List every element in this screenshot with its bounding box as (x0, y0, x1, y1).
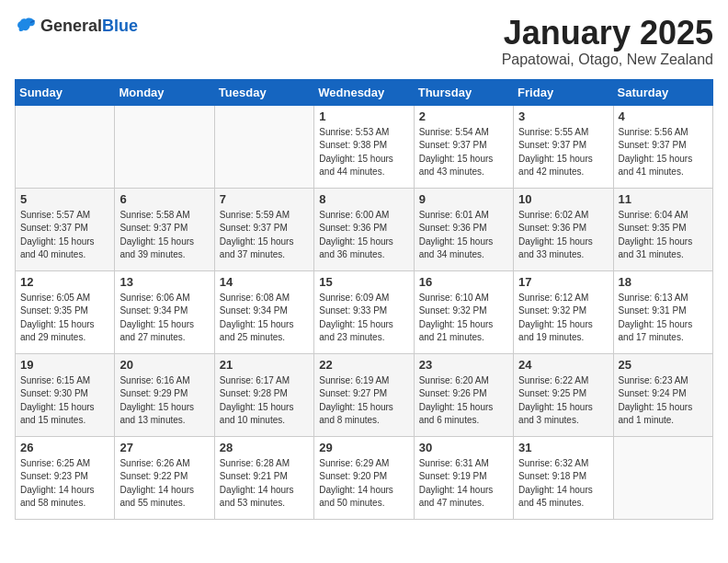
weekday-header: Sunday (16, 79, 115, 105)
calendar-cell: 31Sunrise: 6:32 AM Sunset: 9:18 PM Dayli… (514, 436, 613, 519)
calendar-cell: 20Sunrise: 6:16 AM Sunset: 9:29 PM Dayli… (115, 353, 214, 436)
day-number: 2 (419, 109, 508, 123)
day-number: 6 (119, 192, 209, 206)
day-number: 7 (220, 192, 309, 206)
day-number: 8 (319, 192, 408, 206)
day-info: Sunrise: 6:23 AM Sunset: 9:24 PM Dayligh… (619, 374, 708, 428)
day-info: Sunrise: 6:16 AM Sunset: 9:29 PM Dayligh… (119, 374, 209, 428)
calendar-cell: 9Sunrise: 6:01 AM Sunset: 9:36 PM Daylig… (414, 188, 513, 270)
calendar-cell: 4Sunrise: 5:56 AM Sunset: 9:37 PM Daylig… (613, 105, 712, 188)
day-info: Sunrise: 6:12 AM Sunset: 9:32 PM Dayligh… (518, 292, 608, 345)
day-info: Sunrise: 6:01 AM Sunset: 9:36 PM Dayligh… (419, 209, 508, 262)
weekday-header: Friday (514, 79, 613, 105)
day-info: Sunrise: 6:10 AM Sunset: 9:32 PM Dayligh… (419, 292, 508, 345)
day-number: 13 (119, 275, 209, 289)
day-number: 27 (119, 441, 209, 454)
day-info: Sunrise: 5:59 AM Sunset: 9:37 PM Dayligh… (220, 209, 309, 262)
day-info: Sunrise: 6:22 AM Sunset: 9:25 PM Dayligh… (518, 374, 608, 428)
location-title: Papatowai, Otago, New Zealand (502, 52, 713, 68)
day-number: 21 (220, 358, 309, 372)
calendar-cell: 14Sunrise: 6:08 AM Sunset: 9:34 PM Dayli… (214, 270, 313, 353)
calendar-cell: 19Sunrise: 6:15 AM Sunset: 9:30 PM Dayli… (16, 353, 115, 436)
day-number: 3 (518, 109, 608, 123)
day-number: 31 (518, 441, 608, 454)
calendar-cell (115, 105, 214, 188)
day-number: 11 (619, 192, 708, 206)
day-number: 10 (518, 192, 608, 206)
calendar-cell: 24Sunrise: 6:22 AM Sunset: 9:25 PM Dayli… (514, 353, 613, 436)
day-number: 16 (419, 275, 508, 289)
day-info: Sunrise: 6:32 AM Sunset: 9:18 PM Dayligh… (518, 457, 608, 511)
calendar-cell: 7Sunrise: 5:59 AM Sunset: 9:37 PM Daylig… (214, 188, 313, 270)
weekday-header: Saturday (613, 79, 712, 105)
day-number: 1 (319, 109, 408, 123)
day-number: 30 (419, 441, 508, 454)
day-info: Sunrise: 5:54 AM Sunset: 9:37 PM Dayligh… (419, 126, 508, 179)
day-number: 20 (119, 358, 209, 372)
calendar-cell: 17Sunrise: 6:12 AM Sunset: 9:32 PM Dayli… (514, 270, 613, 353)
day-info: Sunrise: 6:06 AM Sunset: 9:34 PM Dayligh… (119, 292, 209, 345)
calendar-cell: 3Sunrise: 5:55 AM Sunset: 9:37 PM Daylig… (514, 105, 613, 188)
logo-blue: Blue (102, 17, 138, 35)
day-info: Sunrise: 6:17 AM Sunset: 9:28 PM Dayligh… (220, 374, 309, 428)
day-info: Sunrise: 6:25 AM Sunset: 9:23 PM Dayligh… (20, 457, 109, 511)
logo-bird-icon (15, 15, 37, 37)
calendar-week-row: 5Sunrise: 5:57 AM Sunset: 9:37 PM Daylig… (16, 188, 713, 270)
calendar-cell: 15Sunrise: 6:09 AM Sunset: 9:33 PM Dayli… (314, 270, 414, 353)
day-info: Sunrise: 6:31 AM Sunset: 9:19 PM Dayligh… (419, 457, 508, 511)
day-number: 15 (319, 275, 408, 289)
day-info: Sunrise: 6:28 AM Sunset: 9:21 PM Dayligh… (220, 457, 309, 511)
logo: GeneralBlue (15, 15, 138, 37)
day-info: Sunrise: 6:02 AM Sunset: 9:36 PM Dayligh… (518, 209, 608, 262)
calendar-cell (16, 105, 115, 188)
calendar-cell: 25Sunrise: 6:23 AM Sunset: 9:24 PM Dayli… (613, 353, 712, 436)
weekday-header: Thursday (414, 79, 513, 105)
day-info: Sunrise: 6:26 AM Sunset: 9:22 PM Dayligh… (119, 457, 209, 511)
day-info: Sunrise: 5:56 AM Sunset: 9:37 PM Dayligh… (619, 126, 708, 179)
calendar-cell: 23Sunrise: 6:20 AM Sunset: 9:26 PM Dayli… (414, 353, 513, 436)
day-info: Sunrise: 6:08 AM Sunset: 9:34 PM Dayligh… (220, 292, 309, 345)
weekday-header: Tuesday (214, 79, 313, 105)
day-info: Sunrise: 6:00 AM Sunset: 9:36 PM Dayligh… (319, 209, 408, 262)
calendar-cell: 27Sunrise: 6:26 AM Sunset: 9:22 PM Dayli… (115, 436, 214, 519)
calendar-week-row: 19Sunrise: 6:15 AM Sunset: 9:30 PM Dayli… (16, 353, 713, 436)
calendar-cell: 8Sunrise: 6:00 AM Sunset: 9:36 PM Daylig… (314, 188, 414, 270)
day-number: 25 (619, 358, 708, 372)
calendar-cell: 22Sunrise: 6:19 AM Sunset: 9:27 PM Dayli… (314, 353, 414, 436)
calendar-cell: 28Sunrise: 6:28 AM Sunset: 9:21 PM Dayli… (214, 436, 313, 519)
calendar-cell: 5Sunrise: 5:57 AM Sunset: 9:37 PM Daylig… (16, 188, 115, 270)
calendar-cell: 29Sunrise: 6:29 AM Sunset: 9:20 PM Dayli… (314, 436, 414, 519)
day-number: 19 (20, 358, 109, 372)
calendar-cell: 21Sunrise: 6:17 AM Sunset: 9:28 PM Dayli… (214, 353, 313, 436)
day-number: 29 (319, 441, 408, 454)
day-number: 17 (518, 275, 608, 289)
calendar-cell: 1Sunrise: 5:53 AM Sunset: 9:38 PM Daylig… (314, 105, 414, 188)
calendar-cell: 26Sunrise: 6:25 AM Sunset: 9:23 PM Dayli… (16, 436, 115, 519)
day-number: 23 (419, 358, 508, 372)
day-info: Sunrise: 5:53 AM Sunset: 9:38 PM Dayligh… (319, 126, 408, 179)
calendar-cell: 6Sunrise: 5:58 AM Sunset: 9:37 PM Daylig… (115, 188, 214, 270)
calendar-cell: 12Sunrise: 6:05 AM Sunset: 9:35 PM Dayli… (16, 270, 115, 353)
day-info: Sunrise: 6:20 AM Sunset: 9:26 PM Dayligh… (419, 374, 508, 428)
day-info: Sunrise: 6:29 AM Sunset: 9:20 PM Dayligh… (319, 457, 408, 511)
logo-text: GeneralBlue (40, 17, 138, 36)
day-info: Sunrise: 6:19 AM Sunset: 9:27 PM Dayligh… (319, 374, 408, 428)
calendar-cell: 2Sunrise: 5:54 AM Sunset: 9:37 PM Daylig… (414, 105, 513, 188)
day-info: Sunrise: 6:09 AM Sunset: 9:33 PM Dayligh… (319, 292, 408, 345)
calendar-cell: 16Sunrise: 6:10 AM Sunset: 9:32 PM Dayli… (414, 270, 513, 353)
weekday-header: Wednesday (314, 79, 414, 105)
logo-general: General (40, 17, 102, 35)
calendar-cell: 18Sunrise: 6:13 AM Sunset: 9:31 PM Dayli… (613, 270, 712, 353)
day-info: Sunrise: 6:05 AM Sunset: 9:35 PM Dayligh… (20, 292, 109, 345)
day-number: 9 (419, 192, 508, 206)
day-number: 14 (220, 275, 309, 289)
day-info: Sunrise: 6:15 AM Sunset: 9:30 PM Dayligh… (20, 374, 109, 428)
calendar-table: SundayMondayTuesdayWednesdayThursdayFrid… (15, 79, 713, 520)
day-number: 5 (20, 192, 109, 206)
weekday-header: Monday (115, 79, 214, 105)
calendar-cell: 30Sunrise: 6:31 AM Sunset: 9:19 PM Dayli… (414, 436, 513, 519)
day-info: Sunrise: 5:57 AM Sunset: 9:37 PM Dayligh… (20, 209, 109, 262)
day-number: 22 (319, 358, 408, 372)
calendar-cell (613, 436, 712, 519)
day-number: 24 (518, 358, 608, 372)
